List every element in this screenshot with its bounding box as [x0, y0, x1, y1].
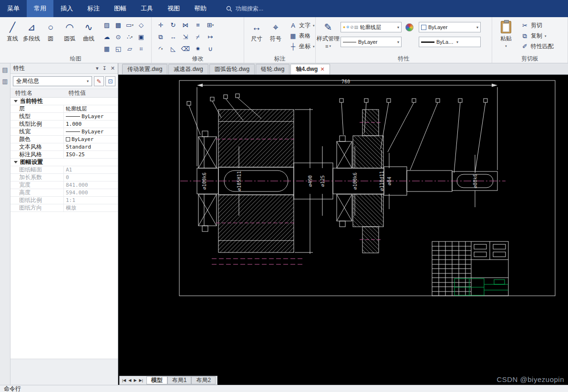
tool-icon: ◱	[115, 45, 121, 52]
edit-attributes-icon[interactable]: ✎	[94, 76, 104, 86]
style-options-button[interactable]: ≡▾	[325, 43, 331, 49]
tab-nav-icon[interactable]: ◀	[127, 378, 132, 382]
array-tool[interactable]: ⊞▾	[204, 19, 217, 31]
property-row[interactable]: 线型 ByLayer	[10, 113, 118, 121]
tab-nav-icon[interactable]: ▶|	[138, 378, 144, 382]
rectangle-tool[interactable]: ▭▾	[124, 19, 135, 31]
donut-tool[interactable]: ⊙	[113, 31, 124, 43]
close-icon[interactable]: ✕	[320, 66, 324, 72]
tab-tools[interactable]: 工具	[134, 0, 160, 17]
mirror-tool[interactable]: ⋈	[179, 19, 192, 31]
pin-icon[interactable]: ↧	[103, 65, 107, 71]
boundary-tool[interactable]: ⌗	[135, 43, 147, 55]
dropdown-arrow-icon: ▾	[505, 44, 507, 48]
table-annot-tool[interactable]: ▦表格	[288, 31, 316, 40]
tab-nav-icon[interactable]: |◀	[121, 378, 127, 382]
document-tab[interactable]: 链轮.dwg	[256, 64, 289, 74]
copy-tool[interactable]: ⧉	[155, 31, 167, 43]
close-icon[interactable]: ✕	[111, 65, 115, 71]
rotate-tool[interactable]: ↻	[167, 19, 179, 31]
color-combo[interactable]: ByLayer ▾	[419, 22, 481, 32]
property-row[interactable]: 文本风格 Standard	[10, 143, 118, 151]
quick-select-icon[interactable]: ⊡	[105, 76, 115, 86]
tab-annotate[interactable]: 标注	[80, 0, 107, 17]
copy-clip-tool[interactable]: ⧉复制▾	[520, 31, 555, 40]
polyline-tool[interactable]: ⊿ 多段线	[22, 19, 41, 43]
dimension-tool[interactable]: ↔ 尺寸	[247, 19, 266, 43]
library-palette-icon[interactable]: ▥	[2, 78, 8, 85]
property-row[interactable]: 宽度 841.000	[10, 181, 118, 189]
tab-help[interactable]: 帮助	[187, 0, 214, 17]
document-tab[interactable]: 减速器.dwg	[168, 64, 208, 74]
group-label-properties: 特性	[316, 55, 492, 63]
property-row[interactable]: 图纸比例 1:1	[10, 197, 118, 204]
color-wheel-icon[interactable]	[405, 23, 413, 31]
property-row[interactable]: 当前特性	[10, 98, 118, 105]
property-row[interactable]: 层 轮廓线层	[10, 105, 118, 113]
scope-select[interactable]: 全局信息 ▾	[13, 76, 92, 86]
move-tool[interactable]: ✛	[155, 19, 167, 31]
coordinate-tool[interactable]: ┼坐标▾	[288, 42, 316, 51]
property-row[interactable]: 图幅设置	[10, 159, 118, 166]
chevron-down-icon[interactable]: ▾	[96, 65, 99, 71]
property-row[interactable]: 标注风格 ISO-25	[10, 151, 118, 159]
layout-tab[interactable]: 布局1	[167, 376, 192, 384]
tab-view[interactable]: 视图	[160, 0, 187, 17]
tab-sheet[interactable]: 图幅	[107, 0, 134, 17]
explode-tool[interactable]: ✷	[192, 43, 204, 55]
chamfer-tool[interactable]: ◺	[167, 43, 179, 55]
spline-tool[interactable]: ∿ 曲线	[79, 19, 98, 43]
style-manager-button[interactable]: ✎ 样式管理	[319, 19, 338, 43]
match-properties-tool[interactable]: ✐特性匹配	[520, 42, 555, 51]
function-search[interactable]: 功能搜索...	[226, 0, 263, 17]
property-row[interactable]: 高度 594.000	[10, 189, 118, 197]
layer-combo[interactable]: ●❄⊘▤ 轮廓线层 ▾	[341, 22, 402, 32]
properties-palette-icon[interactable]: ▤	[2, 66, 8, 73]
point-tool[interactable]: ∴▾	[124, 31, 135, 43]
property-row[interactable]: 线型比例 1.000	[10, 121, 118, 128]
layout-tab[interactable]: 布局2	[191, 376, 216, 384]
property-row[interactable]: 加长系数 0	[10, 174, 118, 181]
property-row[interactable]: 图纸幅面 A1	[10, 166, 118, 174]
arc-tool[interactable]: ◠ 圆弧	[60, 19, 79, 43]
scale-tool[interactable]: ⇲	[179, 31, 192, 43]
fillet-tool[interactable]: ◜▾	[155, 43, 167, 55]
property-row[interactable]: 图纸方向 横放	[10, 204, 118, 212]
region-tool[interactable]: ◱	[113, 43, 124, 55]
tool-icon: ✐	[521, 43, 528, 50]
group-label-annotate: 标注	[244, 55, 315, 63]
gradient-tool[interactable]: ▩	[113, 19, 124, 31]
line-tool[interactable]: ╱ 直线	[3, 19, 22, 43]
block-tool[interactable]: ▣	[135, 31, 147, 43]
lineweight-combo[interactable]: ByLayer ▾	[419, 37, 481, 47]
extend-tool[interactable]: ↦	[204, 31, 217, 43]
wipeout-tool[interactable]: ▱	[124, 43, 135, 55]
erase-tool[interactable]: ⌫	[179, 43, 192, 55]
tab-home[interactable]: 常用	[27, 0, 53, 17]
drawing-canvas[interactable]: 760 ⌀100k6 ⌀105H11 ⌀490 ⌀125 ⌀100k6 ⌀110…	[118, 75, 568, 385]
document-tab[interactable]: 传动装置.dwg	[122, 64, 167, 74]
trim-tool[interactable]: ⌿	[192, 31, 204, 43]
symbol-tool[interactable]: ⌖ 符号	[266, 19, 285, 43]
property-row[interactable]: 颜色 ByLayer	[10, 136, 118, 143]
linetype-combo[interactable]: ByLayer ▾	[341, 37, 402, 47]
paste-button[interactable]: 粘贴 ▾	[495, 19, 517, 48]
cut-tool[interactable]: ✂剪切	[520, 21, 555, 30]
circle-tool[interactable]: ○ 圆	[41, 19, 60, 43]
document-tab[interactable]: 圆弧齿轮.dwg	[209, 64, 255, 74]
tool-icon: ☁	[104, 33, 110, 40]
tab-nav-icon[interactable]: ▶	[133, 378, 137, 382]
polygon-tool[interactable]: ◇	[135, 19, 147, 31]
document-tab[interactable]: 轴4.dwg ✕	[290, 64, 330, 74]
property-row[interactable]: 线宽 ByLayer	[10, 128, 118, 136]
revcloud-tool[interactable]: ☁	[101, 31, 113, 43]
table-tool[interactable]: ▦	[101, 43, 113, 55]
text-tool[interactable]: A文字▾	[288, 21, 316, 30]
menu-button[interactable]: 菜单	[0, 0, 27, 17]
layout-tab[interactable]: 模型	[146, 376, 167, 384]
join-tool[interactable]: ∪	[204, 43, 217, 55]
hatch-tool[interactable]: ▨	[101, 19, 113, 31]
tab-insert[interactable]: 插入	[53, 0, 80, 17]
offset-tool[interactable]: ≡	[192, 19, 204, 31]
stretch-tool[interactable]: ↔	[167, 31, 179, 43]
